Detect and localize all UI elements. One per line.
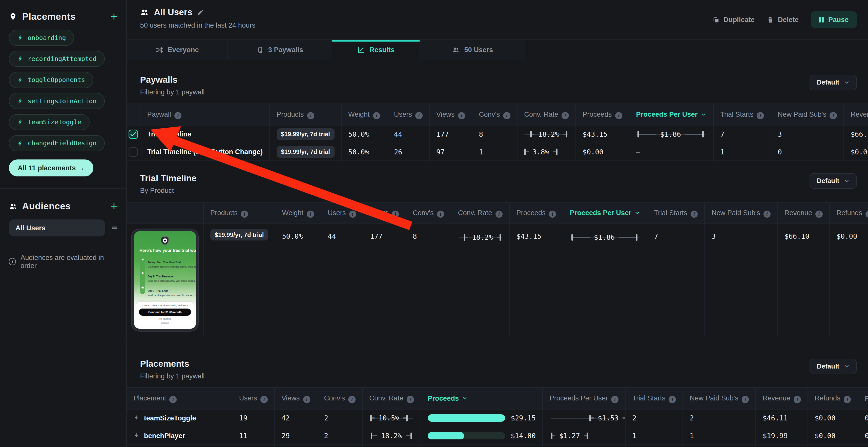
- sidebar-item-toggleOpponents[interactable]: toggleOpponents: [9, 72, 93, 88]
- paywall-name[interactable]: Trial Timeline (CTA Button Change): [147, 148, 263, 156]
- col-trial-starts[interactable]: Trial Startsi: [713, 104, 771, 125]
- paywall-cta-button: Continue for $1.66/month: [139, 308, 191, 316]
- placement-name[interactable]: benchPlayer: [144, 432, 185, 440]
- trial-timeline-default-dropdown[interactable]: Default: [810, 173, 857, 188]
- tab-paywalls[interactable]: 3 Paywalls: [228, 40, 332, 60]
- col-users[interactable]: Usersi: [321, 202, 363, 224]
- placements-default-dropdown[interactable]: Default: [810, 359, 857, 374]
- tab-label: Everyone: [168, 46, 199, 54]
- col-weight[interactable]: Weighti: [341, 104, 387, 125]
- info-icon: i: [241, 211, 248, 218]
- sidebar-item-settingsJoinAction[interactable]: settingsJoinAction: [9, 93, 105, 109]
- split-arrows-icon: [156, 46, 163, 54]
- tab-results[interactable]: Results: [332, 40, 420, 60]
- col-trial-starts[interactable]: Trial Startsi: [625, 388, 683, 409]
- paywalls-section-header: Paywalls Filtering by 1 paywall Default: [127, 75, 868, 96]
- edit-pencil-icon[interactable]: [197, 9, 204, 16]
- drag-handle-icon[interactable]: [110, 224, 119, 232]
- all-placements-button[interactable]: All 11 placements →: [9, 159, 93, 176]
- col-paywall[interactable]: Paywalli: [140, 104, 270, 125]
- col-views[interactable]: Viewsi: [363, 202, 406, 224]
- tab-everyone[interactable]: Everyone: [127, 40, 228, 60]
- audience-item-all-users[interactable]: All Users: [9, 219, 105, 236]
- col-preview: [127, 202, 204, 224]
- cell-new-paid-subs: 1: [683, 427, 756, 445]
- paywall-row-cta-button-change: Trial Timeline (CTA Button Change) $19.9…: [127, 143, 868, 161]
- col-convs[interactable]: Conv'si: [406, 202, 451, 224]
- col-products[interactable]: Productsi: [204, 202, 275, 224]
- col-weight[interactable]: Weighti: [275, 202, 321, 224]
- info-icon: i: [794, 396, 801, 403]
- row-checkbox[interactable]: [129, 147, 138, 157]
- col-conv-rate[interactable]: Conv. Ratei: [517, 104, 576, 125]
- paywall-row-trial-timeline: Trial Timeline $19.99/yr, 7d trial 50.0%…: [127, 125, 868, 143]
- placements-table: Placementi Usersi Viewsi Conv'si Conv. R…: [127, 387, 868, 447]
- info-icon: i: [260, 396, 268, 403]
- cell-ppu-empty: –: [629, 143, 713, 161]
- paywall-preview-thumbnail[interactable]: Here's how your free trial works Today: …: [131, 229, 199, 332]
- row-checkbox[interactable]: [129, 129, 138, 139]
- proceeds-per-user-range: $1.53: [549, 410, 618, 426]
- cell-users: 44: [387, 125, 429, 143]
- info-icon: i: [373, 112, 380, 119]
- col-proceeds[interactable]: Proceedsi: [509, 202, 563, 224]
- col-users[interactable]: Usersi: [232, 388, 274, 409]
- paywalls-default-dropdown[interactable]: Default: [810, 75, 857, 90]
- cell-revenue: $66.10: [844, 125, 868, 143]
- tab-label: 50 Users: [464, 46, 493, 54]
- sidebar-item-changedFieldDesign[interactable]: changedFieldDesign: [9, 135, 105, 151]
- placement-name[interactable]: teamSizeToggle: [144, 414, 196, 422]
- cell-trial-starts: 7: [713, 125, 771, 143]
- col-new-paid-subs[interactable]: New Paid Sub'si: [683, 388, 756, 409]
- info-icon: i: [415, 112, 422, 119]
- sidebar-item-recordingAttempted[interactable]: recordingAttempted: [9, 51, 105, 67]
- col-revenue[interactable]: Revenuei: [844, 104, 868, 125]
- tab-label: Results: [369, 46, 395, 54]
- add-audience-button[interactable]: +: [111, 202, 117, 211]
- col-new-paid-subs[interactable]: New Paid Sub'si: [705, 202, 777, 224]
- paywall-footer-card: Custom roster size, video sharing and mo…: [136, 302, 194, 327]
- map-pin-icon: [9, 12, 17, 21]
- sidebar-item-onboarding[interactable]: onboarding: [9, 30, 74, 46]
- info-icon: i: [349, 211, 356, 218]
- col-products[interactable]: Productsi: [270, 104, 341, 125]
- cell-weight: 50.0%: [341, 125, 387, 143]
- col-views[interactable]: Viewsi: [429, 104, 472, 125]
- col-revenue[interactable]: Revenuei: [778, 202, 830, 224]
- col-convs[interactable]: Conv'si: [472, 104, 517, 125]
- col-conv-rate[interactable]: Conv. Ratei: [451, 202, 509, 224]
- col-trial-starts[interactable]: Trial Startsi: [647, 202, 705, 224]
- add-placement-button[interactable]: +: [111, 12, 117, 21]
- info-icon: i: [865, 211, 868, 218]
- col-placement[interactable]: Placementi: [127, 388, 232, 409]
- trial-timeline-table: Productsi Weighti Usersi Viewsi Conv'si …: [127, 202, 868, 336]
- col-proceeds-per-user-sorted[interactable]: Proceeds Per User: [563, 202, 647, 224]
- col-proceeds[interactable]: Proceedsi: [576, 104, 629, 125]
- info-icon: i: [562, 112, 569, 119]
- col-convs[interactable]: Conv'si: [317, 388, 362, 409]
- col-views[interactable]: Viewsi: [275, 388, 317, 409]
- col-proceeds-sorted[interactable]: Proceeds: [421, 388, 542, 409]
- cell-refunds: $0.00: [808, 427, 858, 445]
- info-icon: i: [611, 396, 618, 403]
- placements-section-header-main: Placements Filtering by 1 paywall Defaul…: [127, 359, 868, 380]
- delete-button[interactable]: Delete: [767, 16, 799, 24]
- cell-refunds: $0.00: [808, 445, 858, 447]
- cell-new-paid-subs: 3: [705, 224, 777, 336]
- col-refunds[interactable]: Refundsi: [830, 202, 868, 224]
- col-proceeds-per-user[interactable]: Proceeds Per Useri: [542, 388, 625, 409]
- col-conv-rate[interactable]: Conv. Ratei: [362, 388, 421, 409]
- cell-views: 97: [429, 143, 472, 161]
- pause-button[interactable]: Pause: [811, 11, 857, 28]
- col-proceeds-per-user-sorted[interactable]: Proceeds Per User: [629, 104, 713, 125]
- sidebar-item-teamSizeToggle[interactable]: teamSizeToggle: [9, 114, 90, 130]
- cell-trial-starts: 7: [647, 224, 705, 336]
- col-new-paid-subs[interactable]: New Paid Sub'si: [771, 104, 844, 125]
- tab-users[interactable]: 50 Users: [420, 40, 525, 60]
- col-users[interactable]: Usersi: [387, 104, 429, 125]
- paywall-name[interactable]: Trial Timeline: [147, 130, 191, 138]
- col-refunds[interactable]: Refundsi: [808, 388, 858, 409]
- col-refund-rate-clipped[interactable]: Refund Rate: [858, 388, 868, 409]
- col-revenue[interactable]: Revenuei: [756, 388, 808, 409]
- duplicate-button[interactable]: Duplicate: [712, 16, 755, 24]
